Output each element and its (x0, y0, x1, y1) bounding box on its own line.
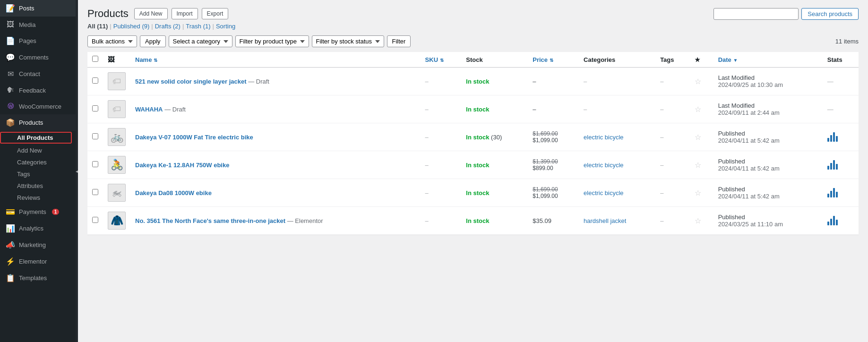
row-thumb-cell: 🏷 (103, 95, 130, 123)
filter-link-drafts[interactable]: Drafts (2) (155, 23, 180, 30)
row-featured-cell: ☆ (690, 95, 713, 123)
sku-header[interactable]: SKU ⇅ (421, 52, 462, 68)
sidebar-item-label: Elementor (19, 258, 47, 265)
filter-button[interactable]: Filter (387, 35, 411, 47)
product-name-link[interactable]: Dakeya V-07 1000W Fat Tire electric bike (135, 134, 253, 141)
sidebar-item-label: Payments (19, 208, 46, 215)
sidebar-sub-item-categories[interactable]: Categories (0, 156, 76, 168)
templates-icon: 📋 (6, 274, 15, 282)
row-categories-cell: electric bicycle (579, 179, 655, 207)
stock-status-filter-select[interactable]: Filter by stock status (312, 35, 384, 47)
row-checkbox[interactable] (92, 161, 98, 167)
featured-star-icon[interactable]: ☆ (695, 161, 701, 169)
product-name-link[interactable]: 521 new solid color single layer jacket (135, 78, 247, 85)
payments-badge: 1 (52, 209, 60, 215)
sidebar-item-elementor[interactable]: ⚡ Elementor (0, 253, 76, 270)
featured-header: ★ (690, 52, 713, 68)
filter-link-all[interactable]: All (11) (87, 23, 108, 30)
category-link[interactable]: electric bicycle (584, 189, 624, 197)
row-checkbox-cell (87, 151, 103, 179)
sidebar-item-feedback[interactable]: 🗣 Feedback (0, 82, 76, 98)
sidebar-item-label: Pages (19, 37, 36, 44)
sidebar-sub-item-reviews[interactable]: Reviews (0, 192, 76, 204)
featured-star-icon[interactable]: ☆ (695, 189, 701, 197)
row-checkbox[interactable] (92, 217, 98, 223)
row-stock-cell: In stock (461, 95, 528, 123)
sidebar-item-payments[interactable]: 💳 Payments 1 (0, 204, 76, 220)
stats-header: Stats (823, 52, 859, 68)
sidebar-item-label: Comments (19, 54, 49, 61)
row-price-cell: $1,699.00$1,099.00 (528, 179, 579, 207)
select-all-checkbox[interactable] (92, 56, 98, 62)
sidebar-item-marketing[interactable]: 📣 Marketing (0, 237, 76, 253)
search-input[interactable] (713, 8, 799, 20)
row-sku-cell: – (421, 95, 462, 123)
product-name-link[interactable]: Dakeya Da08 1000W ebike (135, 189, 212, 197)
price-header[interactable]: Price ⇅ (528, 52, 579, 68)
row-checkbox[interactable] (92, 189, 98, 195)
sidebar-item-contact[interactable]: ✉ Contact (0, 66, 76, 82)
name-header[interactable]: Name ⇅ (130, 52, 421, 68)
category-link[interactable]: electric bicycle (584, 134, 624, 141)
filter-link-trash[interactable]: Trash (1) (186, 23, 210, 30)
sidebar-item-label: Feedback (19, 87, 46, 94)
add-new-button[interactable]: Add New (134, 8, 168, 19)
row-categories-cell: electric bicycle (579, 151, 655, 179)
row-checkbox[interactable] (92, 77, 98, 84)
featured-star-icon[interactable]: ☆ (695, 105, 701, 113)
sidebar-sub-item-add-new[interactable]: Add New (0, 145, 76, 156)
sidebar-sub-item-tags[interactable]: Tags (0, 168, 76, 180)
category-filter-select[interactable]: Select a category (169, 35, 232, 47)
category-link[interactable]: electric bicycle (584, 162, 624, 169)
row-sku-cell: – (421, 68, 462, 95)
row-thumb-cell: 🧥 (103, 207, 130, 235)
import-button[interactable]: Import (172, 8, 198, 19)
sidebar-item-comments[interactable]: 💬 Comments (0, 49, 76, 66)
product-name-link[interactable]: Dakeya Ke-1 12.8AH 750W ebike (135, 162, 229, 169)
sidebar-item-woocommerce[interactable]: Ⓦ WooCommerce (0, 98, 76, 114)
sidebar-item-label: Products (19, 119, 43, 126)
search-products-button[interactable]: Search products (801, 8, 859, 20)
table-row: 🚴 Dakeya Ke-1 12.8AH 750W ebike – In sto… (87, 151, 859, 179)
row-date-cell: Published 2024/04/11 at 5:42 am (713, 179, 823, 207)
filter-link-published[interactable]: Published (9) (113, 23, 150, 30)
stock-header: Stock (461, 52, 528, 68)
row-price-cell: $1,699.00$1,099.00 (528, 123, 579, 151)
row-checkbox[interactable] (92, 105, 98, 111)
main-content: Products Add New Import Export Search pr… (78, 0, 868, 342)
marketing-icon: 📣 (6, 240, 15, 249)
payments-icon: 💳 (6, 207, 15, 216)
product-name-link[interactable]: WAHAHA (135, 106, 163, 113)
category-link[interactable]: hardshell jacket (584, 217, 626, 224)
table-row: 🏷 521 new solid color single layer jacke… (87, 68, 859, 95)
product-type-filter-select[interactable]: Filter by product type (235, 35, 309, 47)
sidebar-sub-item-attributes[interactable]: Attributes (0, 180, 76, 192)
row-sku-cell: – (421, 123, 462, 151)
row-checkbox[interactable] (92, 133, 98, 139)
media-icon: 🖼 (6, 20, 15, 29)
sidebar-item-templates[interactable]: 📋 Templates (0, 270, 76, 286)
row-stock-cell: In stock (461, 179, 528, 207)
apply-button[interactable]: Apply (140, 35, 166, 47)
filter-link-sorting[interactable]: Sorting (216, 23, 235, 30)
bulk-actions-select[interactable]: Bulk actions (87, 35, 137, 47)
row-tags-cell: – (655, 95, 690, 123)
sidebar-item-analytics[interactable]: 📊 Analytics (0, 220, 76, 237)
sidebar-item-pages[interactable]: 📄 Pages (0, 33, 76, 49)
row-price-cell: – (528, 68, 579, 95)
sidebar-item-posts[interactable]: 📝 Posts (0, 0, 76, 17)
row-name-cell: No. 3561 The North Face's same three-in-… (130, 207, 421, 235)
page-title: Products (87, 8, 129, 20)
featured-star-icon[interactable]: ☆ (695, 133, 701, 141)
product-name-link[interactable]: No. 3561 The North Face's same three-in-… (135, 217, 285, 224)
featured-star-icon[interactable]: ☆ (695, 217, 701, 225)
sidebar-sub-item-all-products[interactable]: All Products (0, 132, 72, 144)
row-tags-cell: – (655, 68, 690, 95)
table-row: 🏷 WAHAHA — Draft – In stock – – – ☆ Last… (87, 95, 859, 123)
sidebar-item-media[interactable]: 🖼 Media (0, 17, 76, 33)
featured-star-icon[interactable]: ☆ (695, 77, 701, 86)
sidebar-item-products[interactable]: 📦 Products (0, 114, 76, 131)
export-button[interactable]: Export (202, 8, 229, 19)
row-categories-cell: – (579, 95, 655, 123)
date-header[interactable]: Date ▼ (713, 52, 823, 68)
